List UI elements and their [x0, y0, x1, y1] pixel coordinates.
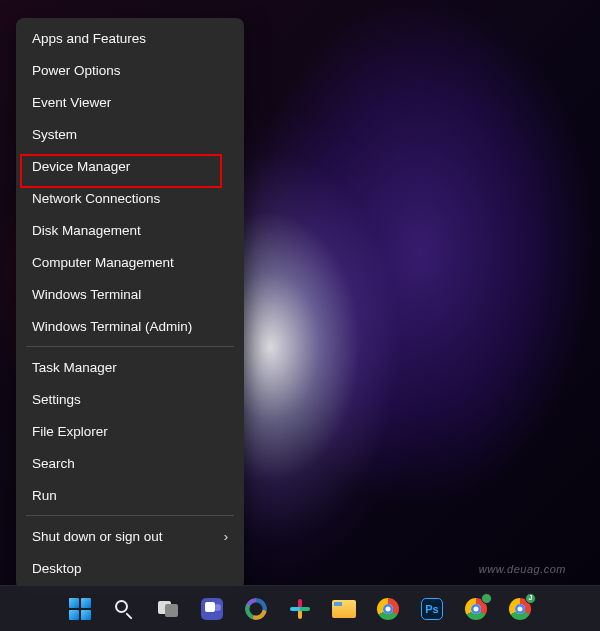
menu-item-shut-down-or-sign-out[interactable]: Shut down or sign out ›	[16, 520, 244, 552]
menu-item-windows-terminal-admin[interactable]: Windows Terminal (Admin)	[16, 310, 244, 342]
menu-item-file-explorer[interactable]: File Explorer	[16, 415, 244, 447]
windows-icon	[69, 598, 91, 620]
folder-icon	[332, 600, 356, 618]
photoshop-icon: Ps	[421, 598, 443, 620]
search-icon	[114, 599, 134, 619]
menu-item-label: File Explorer	[32, 424, 108, 439]
menu-item-power-options[interactable]: Power Options	[16, 54, 244, 86]
menu-item-label: Desktop	[32, 561, 82, 576]
menu-item-label: Settings	[32, 392, 81, 407]
teams-icon	[201, 598, 223, 620]
taskbar-app-circle[interactable]	[237, 590, 275, 628]
notification-badge: J	[525, 593, 536, 604]
menu-item-label: Event Viewer	[32, 95, 111, 110]
menu-item-computer-management[interactable]: Computer Management	[16, 246, 244, 278]
circle-app-icon	[245, 598, 267, 620]
taskbar-app-file-explorer[interactable]	[325, 590, 363, 628]
menu-item-label: Windows Terminal (Admin)	[32, 319, 192, 334]
menu-item-label: Device Manager	[32, 159, 130, 174]
menu-separator	[26, 515, 234, 516]
menu-item-search[interactable]: Search	[16, 447, 244, 479]
menu-separator	[26, 346, 234, 347]
taskbar-app-slack[interactable]	[281, 590, 319, 628]
taskbar-app-chrome-profile-1[interactable]	[457, 590, 495, 628]
menu-item-disk-management[interactable]: Disk Management	[16, 214, 244, 246]
taskbar-app-teams[interactable]	[193, 590, 231, 628]
task-view-icon	[158, 601, 178, 617]
menu-item-label: Apps and Features	[32, 31, 146, 46]
notification-badge	[481, 593, 492, 604]
watermark-text: www.deuag.com	[479, 563, 566, 575]
menu-item-apps-and-features[interactable]: Apps and Features	[16, 22, 244, 54]
menu-item-label: Windows Terminal	[32, 287, 141, 302]
taskbar-app-chrome[interactable]	[369, 590, 407, 628]
menu-item-label: Network Connections	[32, 191, 160, 206]
menu-item-label: Shut down or sign out	[32, 529, 163, 544]
menu-item-label: Task Manager	[32, 360, 117, 375]
menu-item-device-manager[interactable]: Device Manager	[16, 150, 244, 182]
taskbar-app-chrome-profile-2[interactable]: J	[501, 590, 539, 628]
menu-item-system[interactable]: System	[16, 118, 244, 150]
search-button[interactable]	[105, 590, 143, 628]
menu-item-windows-terminal[interactable]: Windows Terminal	[16, 278, 244, 310]
start-button[interactable]	[61, 590, 99, 628]
menu-item-label: Computer Management	[32, 255, 174, 270]
task-view-button[interactable]	[149, 590, 187, 628]
chevron-right-icon: ›	[224, 529, 228, 544]
menu-item-label: Disk Management	[32, 223, 141, 238]
winx-menu: Apps and Features Power Options Event Vi…	[16, 18, 244, 590]
chrome-icon	[377, 598, 399, 620]
menu-item-label: Power Options	[32, 63, 121, 78]
slack-icon	[290, 599, 310, 619]
menu-item-desktop[interactable]: Desktop	[16, 552, 244, 584]
menu-item-label: Search	[32, 456, 75, 471]
menu-item-settings[interactable]: Settings	[16, 383, 244, 415]
menu-item-label: Run	[32, 488, 57, 503]
menu-item-task-manager[interactable]: Task Manager	[16, 351, 244, 383]
menu-item-run[interactable]: Run	[16, 479, 244, 511]
menu-item-event-viewer[interactable]: Event Viewer	[16, 86, 244, 118]
menu-item-label: System	[32, 127, 77, 142]
taskbar: Ps J	[0, 585, 600, 631]
taskbar-app-photoshop[interactable]: Ps	[413, 590, 451, 628]
menu-item-network-connections[interactable]: Network Connections	[16, 182, 244, 214]
